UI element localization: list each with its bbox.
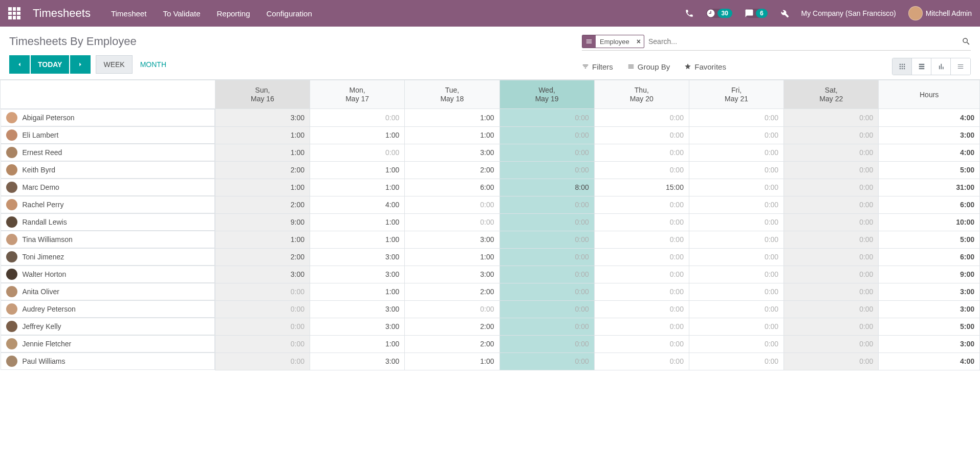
- grid-cell[interactable]: 1:00: [215, 126, 310, 144]
- grid-cell[interactable]: 0:00: [689, 231, 783, 248]
- grid-cell[interactable]: 3:00: [215, 266, 310, 283]
- grid-cell[interactable]: 0:00: [784, 231, 879, 248]
- scale-month-button[interactable]: MONTH: [133, 55, 174, 74]
- grid-cell[interactable]: 0:00: [215, 283, 310, 300]
- grid-cell[interactable]: 0:00: [499, 196, 594, 213]
- facet-remove-button[interactable]: ×: [634, 37, 644, 46]
- grid-cell[interactable]: 0:00: [499, 144, 594, 161]
- view-list-button[interactable]: [912, 58, 931, 75]
- grid-cell[interactable]: 1:00: [310, 231, 405, 248]
- grid-cell[interactable]: 2:00: [215, 161, 310, 179]
- grid-cell[interactable]: 0:00: [784, 300, 879, 318]
- grid-cell[interactable]: 0:00: [405, 213, 499, 231]
- grid-cell[interactable]: 0:00: [499, 161, 594, 179]
- grid-cell[interactable]: 3:00: [215, 109, 310, 127]
- nav-link-reporting[interactable]: Reporting: [216, 9, 250, 18]
- grid-cell[interactable]: 0:00: [594, 109, 689, 127]
- grid-cell[interactable]: 3:00: [405, 231, 499, 248]
- row-header[interactable]: Toni Jimenez: [1, 248, 215, 266]
- messages-badge[interactable]: 6: [745, 9, 768, 18]
- grid-cell[interactable]: 0:00: [594, 231, 689, 248]
- grid-cell[interactable]: 0:00: [310, 144, 405, 161]
- grid-cell[interactable]: 0:00: [594, 126, 689, 144]
- grid-cell[interactable]: 0:00: [594, 300, 689, 318]
- timesheet-grid-wrapper[interactable]: Sun,May 16Mon,May 17Tue,May 18Wed,May 19…: [0, 79, 980, 459]
- row-header[interactable]: Jeffrey Kelly: [1, 318, 215, 335]
- grid-cell[interactable]: 0:00: [784, 161, 879, 179]
- grid-cell[interactable]: 2:00: [405, 335, 499, 353]
- grid-cell[interactable]: 0:00: [784, 196, 879, 213]
- grid-cell[interactable]: 0:00: [499, 300, 594, 318]
- grid-cell[interactable]: 0:00: [784, 266, 879, 283]
- grid-cell[interactable]: 0:00: [499, 126, 594, 144]
- nav-link-timesheet[interactable]: Timesheet: [111, 9, 146, 18]
- grid-cell[interactable]: 2:00: [405, 283, 499, 300]
- grid-cell[interactable]: 0:00: [499, 248, 594, 266]
- grid-cell[interactable]: 0:00: [594, 248, 689, 266]
- grid-cell[interactable]: 3:00: [310, 248, 405, 266]
- grid-cell[interactable]: 0:00: [594, 266, 689, 283]
- grid-cell[interactable]: 0:00: [689, 283, 783, 300]
- view-grid-button[interactable]: [892, 58, 912, 75]
- grid-cell[interactable]: 0:00: [784, 109, 879, 127]
- grid-cell[interactable]: 1:00: [310, 335, 405, 353]
- grid-cell[interactable]: 0:00: [499, 109, 594, 127]
- wrench-icon[interactable]: [780, 9, 789, 18]
- row-header[interactable]: Ernest Reed: [1, 144, 215, 161]
- brand[interactable]: Timesheets: [33, 7, 91, 20]
- grid-cell[interactable]: 8:00: [499, 179, 594, 196]
- grid-cell[interactable]: 0:00: [784, 144, 879, 161]
- grid-cell[interactable]: 1:00: [405, 109, 499, 127]
- scale-week-button[interactable]: WEEK: [96, 55, 132, 74]
- grid-cell[interactable]: 0:00: [689, 266, 783, 283]
- grid-cell[interactable]: 0:00: [499, 266, 594, 283]
- grid-cell[interactable]: 1:00: [405, 248, 499, 266]
- grid-cell[interactable]: 0:00: [689, 300, 783, 318]
- grid-cell[interactable]: 2:00: [215, 196, 310, 213]
- today-button[interactable]: TODAY: [31, 55, 69, 74]
- grid-cell[interactable]: 0:00: [499, 231, 594, 248]
- company-selector[interactable]: My Company (San Francisco): [801, 9, 896, 17]
- grid-cell[interactable]: 0:00: [594, 318, 689, 335]
- favorites-button[interactable]: Favorites: [684, 62, 726, 71]
- grid-cell[interactable]: 1:00: [405, 353, 499, 370]
- phone-icon[interactable]: [685, 9, 694, 18]
- grid-cell[interactable]: 1:00: [310, 179, 405, 196]
- row-header[interactable]: Tina Williamson: [1, 231, 215, 248]
- grid-cell[interactable]: 4:00: [310, 196, 405, 213]
- grid-cell[interactable]: 0:00: [215, 353, 310, 370]
- grid-cell[interactable]: 2:00: [405, 161, 499, 179]
- grid-cell[interactable]: 0:00: [689, 144, 783, 161]
- grid-cell[interactable]: 1:00: [405, 126, 499, 144]
- grid-cell[interactable]: 0:00: [689, 109, 783, 127]
- grid-cell[interactable]: 0:00: [594, 283, 689, 300]
- grid-cell[interactable]: 0:00: [689, 161, 783, 179]
- grid-cell[interactable]: 0:00: [499, 213, 594, 231]
- grid-cell[interactable]: 0:00: [784, 248, 879, 266]
- view-graph-button[interactable]: [931, 58, 951, 75]
- grid-cell[interactable]: 0:00: [310, 109, 405, 127]
- grid-cell[interactable]: 0:00: [689, 335, 783, 353]
- grid-cell[interactable]: 0:00: [784, 353, 879, 370]
- row-header[interactable]: Anita Oliver: [1, 283, 215, 300]
- grid-cell[interactable]: 0:00: [215, 335, 310, 353]
- grid-cell[interactable]: 0:00: [499, 335, 594, 353]
- grid-cell[interactable]: 1:00: [215, 179, 310, 196]
- grid-cell[interactable]: 0:00: [215, 300, 310, 318]
- prev-period-button[interactable]: [9, 55, 30, 74]
- grid-cell[interactable]: 1:00: [310, 283, 405, 300]
- nav-link-to-validate[interactable]: To Validate: [163, 9, 200, 18]
- grid-cell[interactable]: 1:00: [215, 231, 310, 248]
- next-period-button[interactable]: [70, 55, 91, 74]
- grid-cell[interactable]: 3:00: [405, 144, 499, 161]
- row-header[interactable]: Rachel Perry: [1, 196, 215, 213]
- filters-button[interactable]: Filters: [582, 62, 613, 71]
- grid-cell[interactable]: 15:00: [594, 179, 689, 196]
- row-header[interactable]: Keith Byrd: [1, 161, 215, 179]
- grid-cell[interactable]: 0:00: [689, 318, 783, 335]
- grid-cell[interactable]: 0:00: [689, 179, 783, 196]
- grid-cell[interactable]: 1:00: [310, 213, 405, 231]
- grid-cell[interactable]: 1:00: [215, 144, 310, 161]
- grid-cell[interactable]: 3:00: [310, 300, 405, 318]
- grid-cell[interactable]: 0:00: [784, 318, 879, 335]
